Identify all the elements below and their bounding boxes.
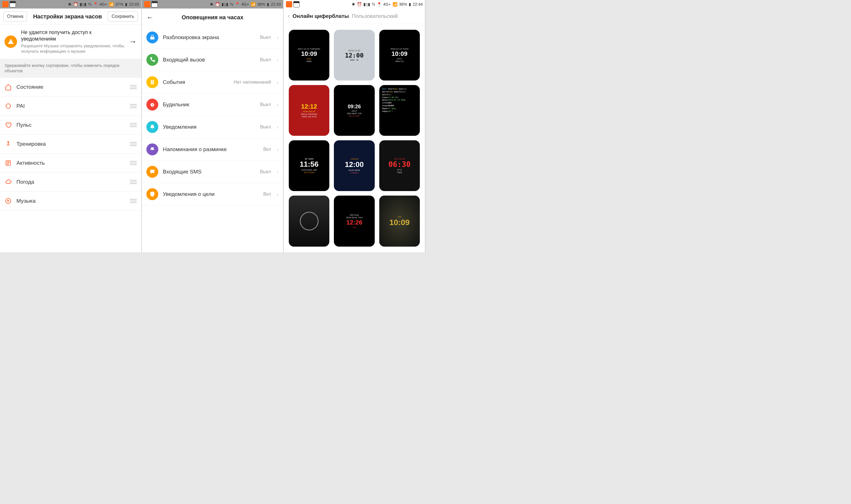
calendar-icon	[10, 1, 16, 7]
save-button[interactable]: Сохранить	[108, 11, 138, 21]
list-item-activity[interactable]: Активность	[0, 154, 141, 173]
list-item-label: Активность	[16, 160, 125, 166]
bell-icon	[146, 121, 158, 133]
watchface-item[interactable]: MON 12-30 12:00 800068	[334, 30, 375, 80]
list-item-label: Уведомления	[163, 124, 256, 130]
watchface-item[interactable]	[289, 196, 329, 246]
chevron-right-icon: ›	[277, 169, 279, 175]
watchface-time: 12:00	[345, 160, 364, 169]
watchface-item[interactable]: User User=new User(); watch=new Amazfit(…	[379, 85, 420, 136]
list-item-label: PAI	[16, 103, 125, 109]
list-item-workout[interactable]: Тренировка	[0, 134, 141, 154]
alert-alarm[interactable]: Будильник Выкл ›	[142, 93, 283, 116]
notification-warning-row[interactable]: Не удается получить доступ к уведомления…	[0, 25, 141, 59]
list-item-status: Нет напоминаний	[234, 80, 271, 85]
watchface-item[interactable]: 100 10:09	[379, 196, 420, 246]
drag-handle-icon[interactable]	[130, 85, 137, 89]
statusbar: ✱ ⏰ ▮▯▮ ℕ 📍 4G+ 📶 37% ▮ 22:43	[0, 0, 141, 8]
back-button[interactable]: ‹	[288, 13, 290, 20]
list-item-status: Выкл	[260, 35, 271, 40]
statusbar: ✱ ⏰ ▮▯▮ ℕ 📍 4G+ 📶 36% ▮ 22:43	[142, 0, 283, 8]
list-item-label: Состояние	[16, 84, 125, 90]
clock: 22:44	[413, 2, 423, 6]
watchface-item[interactable]: 2019.08.08 06:30 27°C 7365	[379, 140, 420, 191]
vibrate-icon: ▮▯▮	[222, 2, 228, 6]
watchface-sub: 6065	[307, 60, 312, 62]
watchface-date: 2018.12.12 TUES	[390, 48, 409, 50]
cloud-icon	[4, 178, 12, 186]
alert-goal[interactable]: Уведомления о цели Вкл ›	[142, 183, 283, 205]
watchface-time: 12:12	[301, 103, 317, 110]
alert-sms[interactable]: Входящие SMS Выкл ›	[142, 161, 283, 183]
alert-events[interactable]: События Нет напоминаний ›	[142, 71, 283, 93]
watchface-sub: step=08000	[382, 105, 394, 107]
tab-custom[interactable]: Пользовательский	[352, 13, 398, 19]
chevron-right-icon: ›	[277, 34, 279, 41]
screen-watch-settings: ✱ ⏰ ▮▯▮ ℕ 📍 4G+ 📶 37% ▮ 22:43 Отмена Нас…	[0, 0, 142, 252]
drag-handle-icon[interactable]	[130, 123, 137, 127]
music-icon	[4, 197, 12, 205]
alert-notifications[interactable]: Уведомления Выкл ›	[142, 116, 283, 138]
drag-handle-icon[interactable]	[130, 142, 137, 146]
activity-icon	[4, 159, 12, 167]
watchface-time: 10:09	[301, 50, 317, 57]
drag-handle-icon[interactable]	[130, 199, 137, 203]
list-item-status: Выкл	[260, 102, 271, 107]
cancel-button[interactable]: Отмена	[3, 11, 27, 21]
clipboard-icon	[146, 76, 158, 88]
chair-icon	[146, 143, 158, 155]
watchface-item[interactable]: 28° 100% 11:56 01/23 Mon. AM 4675 8000	[289, 140, 329, 191]
list-item-label: События	[163, 79, 229, 85]
list-item-label: Погода	[16, 179, 125, 185]
watchface-item[interactable]: 2017.12.12 TUESDAY 10:09 68% 6065	[289, 30, 329, 80]
header: ← Оповещения на часах	[142, 8, 283, 26]
watchface-time: 10:09	[392, 50, 407, 57]
watchface-date: 01/23 Mon. AM	[301, 169, 317, 171]
watchface-time: 11:56	[299, 160, 318, 169]
location-icon: 📍	[377, 2, 382, 6]
list-item-heart[interactable]: Пульс	[0, 116, 141, 134]
battery-percent: 36%	[257, 2, 265, 6]
watchface-item[interactable]: 12:12 MON AM 26 Merry christmas 5298 128…	[289, 85, 329, 136]
back-button[interactable]: ←	[146, 13, 154, 22]
app-icon	[144, 1, 150, 7]
signal-icon: 📶	[109, 2, 114, 6]
alert-unlock[interactable]: Разблокировка экрана Выкл ›	[142, 26, 283, 49]
alarm-icon: ⏰	[357, 2, 362, 6]
tab-online[interactable]: Онлайн циферблаты	[293, 13, 349, 19]
drag-handle-icon[interactable]	[130, 104, 137, 108]
watchface-item[interactable]: 132kcal 12:00 01/23 MON 114bpm	[334, 140, 375, 191]
clock: 22:43	[129, 2, 139, 6]
chevron-right-icon: ›	[277, 57, 279, 63]
battery-percent: 37%	[116, 2, 123, 6]
lock-icon	[146, 32, 158, 43]
watchface-time: 12:26	[346, 219, 362, 226]
watchface-sub: 68	[356, 59, 359, 61]
chevron-right-icon: ›	[277, 79, 279, 86]
network-label: 4G+	[241, 2, 249, 6]
watchface-item[interactable]: 2018.12.12 TUES 10:09 23°C 90% 5.6	[379, 30, 420, 80]
watchface-item[interactable]: 09:26 10/17 50% 8647 725 98 12~30°	[334, 85, 375, 136]
sort-hint: Удерживайте кнопку сортировки, чтобы изм…	[0, 59, 141, 78]
list-item-weather[interactable]: Погода	[0, 173, 141, 192]
list-item-pai[interactable]: PAI	[0, 97, 141, 116]
battery-icon: ▮	[409, 2, 411, 6]
watchface-date: 10/17	[351, 110, 357, 112]
signal-icon: 📶	[251, 2, 256, 6]
warning-icon	[4, 35, 17, 48]
watchface-item[interactable]: 620 Kcal 2019.08.01 THU 12:26 145	[334, 196, 375, 246]
watchface-sub: 90% 5.6	[396, 60, 404, 62]
network-label: 4G+	[100, 2, 107, 6]
alert-idle[interactable]: Напоминания о разминке Вкл ›	[142, 138, 283, 161]
home-icon	[4, 83, 12, 91]
battery-icon: ▮	[125, 2, 127, 6]
list-item-music[interactable]: Музыка	[0, 192, 141, 211]
list-item-label: Тренировка	[16, 141, 125, 147]
drag-handle-icon[interactable]	[130, 161, 137, 165]
app-icon	[2, 1, 8, 7]
alert-call[interactable]: Входящий вызов Выкл ›	[142, 49, 283, 71]
watchface-sub: 7365	[397, 171, 402, 174]
list-item-status[interactable]: Состояние	[0, 78, 141, 97]
watchface-extra: 8000	[350, 59, 354, 61]
drag-handle-icon[interactable]	[130, 180, 137, 184]
